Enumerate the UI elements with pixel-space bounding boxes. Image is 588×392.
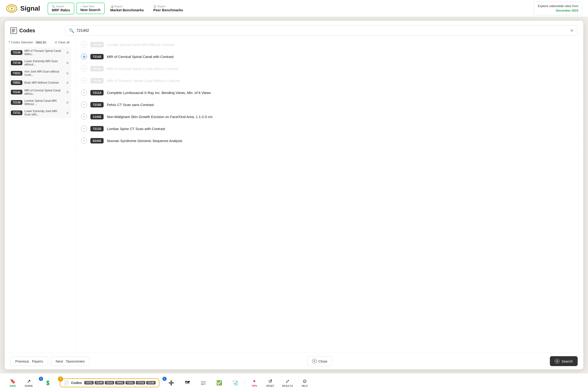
code-badge: 73718 <box>11 60 22 65</box>
svg-rect-6 <box>12 32 14 32</box>
results-button[interactable]: ⤢ RESULTS <box>280 377 296 389</box>
remove-code-button[interactable]: ✕ <box>66 100 69 105</box>
result-item[interactable]: + 72132 Lumbar Spine CT Scan with Contra… <box>75 123 583 135</box>
code-mini-tag: 73221 <box>125 381 135 384</box>
result-description: Complete Lumbosacral X-Ray Inc. Bending … <box>107 91 211 95</box>
remove-code-button[interactable]: ✕ <box>66 71 69 76</box>
new-search-top-label: + Start Over <box>80 5 95 8</box>
logo-text: Signal <box>20 5 40 12</box>
modal-body: 7 Codes Selected MAX 10 ⊙ Clear all 7214… <box>5 36 583 353</box>
ad-button[interactable]: 📰 <box>196 378 210 387</box>
help-button[interactable]: ⊙ HELP <box>297 377 312 389</box>
map-icon-wrapper[interactable]: ➕ 1 <box>164 378 178 387</box>
selected-code-item: 73221 Arm Joint MRI Scan without Contr..… <box>8 68 71 78</box>
clear-all-button[interactable]: ⊙ Clear all <box>53 40 71 45</box>
help-label: HELP <box>301 385 308 387</box>
dollar-icon-wrapper[interactable]: 💲 1 <box>41 378 55 387</box>
result-code-badge: 81442 <box>90 138 104 144</box>
next-taxonomies-button[interactable]: Next Taxonomies <box>51 357 90 366</box>
tips-button[interactable]: ✦ TIPS <box>247 377 262 389</box>
close-button[interactable]: ✕ Close <box>307 356 332 366</box>
code-label: Lower Extremity Joint MRI Scan with... <box>24 110 64 116</box>
result-item[interactable]: ⊕ 72142 MRI of Cervical Spinal Canal wit… <box>75 51 583 63</box>
add-code-button[interactable]: + <box>81 78 87 84</box>
share-button[interactable]: ↗ SHARE <box>22 377 36 389</box>
search-button[interactable]: ⊕ Search <box>550 356 578 366</box>
clear-search-icon[interactable]: ✕ <box>570 28 574 33</box>
result-item[interactable]: + 72148 Lumbar Spinal Canal MRI Without … <box>75 39 583 51</box>
result-code-badge: 72192 <box>90 102 104 108</box>
result-item[interactable]: + 72141 MRI of Cervical Spinal Canal wit… <box>75 63 583 75</box>
map-badge: 1 <box>162 377 167 381</box>
report-peer-top-label: 📋 Report <box>153 5 165 8</box>
code-label: Lumbar Spinal Canal MRI Without ... <box>24 99 64 106</box>
add-code-button[interactable]: + <box>81 90 87 96</box>
code-label: Lower Extremity MRI Scan without ... <box>24 60 64 66</box>
remove-code-button[interactable]: ✕ <box>66 90 69 94</box>
clear-icon: ⊙ <box>55 40 57 44</box>
code-search-bar[interactable]: 🔍 ✕ <box>65 26 578 36</box>
report-market-bottom-label: Market Benchmarks <box>110 8 144 12</box>
filter-button[interactable]: ✅ <box>212 378 227 387</box>
new-search-bottom-label: New Search <box>80 8 100 12</box>
search-input[interactable] <box>76 28 568 33</box>
code-badge: 73221 <box>11 71 22 76</box>
explore-date: December 2024 <box>556 9 578 12</box>
result-item[interactable]: + 81442 Noonan Syndrome Genomic Sequence… <box>75 135 583 147</box>
result-item[interactable]: + 72192 Pelvic CT Scan sans Contrast <box>75 99 583 111</box>
report-market-top-label: 📊 Report <box>110 5 122 8</box>
save-button[interactable]: 🔖 SAVE <box>6 377 20 389</box>
codes-pill-icon: 📄 <box>63 380 69 386</box>
selected-codes-list: 72146 MRI of Thoracic Spinal Canal Witho… <box>8 47 71 118</box>
add-code-button[interactable]: + <box>81 114 87 120</box>
explore-line1: Explore nationwide rates from <box>538 4 578 8</box>
new-search-button[interactable]: + Start Over New Search <box>76 2 105 14</box>
stethoscope-button[interactable]: 🩺 <box>228 378 243 387</box>
add-code-button[interactable]: + <box>81 102 87 108</box>
svg-rect-4 <box>12 30 14 30</box>
report-market-button[interactable]: 📊 Report Market Benchmarks <box>107 3 148 14</box>
add-code-button[interactable]: + <box>81 126 87 132</box>
code-mini-tag: 72146 <box>146 381 156 384</box>
explore-nationwide-button[interactable]: Explore nationwide rates from December 2… <box>534 2 582 15</box>
result-item[interactable]: + 72114 Complete Lumbosacral X-Ray Inc. … <box>75 87 583 99</box>
search-results-panel: + 72148 Lumbar Spinal Canal MRI Without … <box>75 36 583 353</box>
ad-icon: 📰 <box>200 380 206 386</box>
remove-code-button[interactable]: ✕ <box>66 61 69 65</box>
codes-pill-label: Codes <box>71 381 82 385</box>
result-item[interactable]: + 72146 MRI of Thoracic Spinal Canal Wit… <box>75 75 583 87</box>
save-icon: 🔖 <box>10 378 16 384</box>
reset-icon: ↺ <box>268 378 272 384</box>
code-badge: 72141 <box>11 90 22 94</box>
reset-button[interactable]: ↺ RESET <box>263 377 278 389</box>
report-peer-button[interactable]: 📋 Report Peer Benchmarks <box>149 3 187 14</box>
remove-code-button[interactable]: ✕ <box>66 50 69 55</box>
add-code-button[interactable]: + <box>81 42 87 48</box>
codes-count-badge: 7 <box>58 376 63 382</box>
code-badge: 72148 <box>11 100 22 105</box>
add-code-button[interactable]: + <box>81 66 87 72</box>
add-code-button[interactable]: ⊕ <box>81 54 87 60</box>
code-mini-tag: 70551 <box>115 381 125 384</box>
remove-code-button[interactable]: ✕ <box>66 111 69 115</box>
search-circle-icon: ⊕ <box>555 359 560 364</box>
dollar-badge: 1 <box>39 377 43 381</box>
result-description: Pelvic CT Scan sans Contrast <box>107 103 154 107</box>
search-mrf-button[interactable]: 🔍 Search MRF Rates <box>47 2 74 14</box>
remove-code-button[interactable]: ✕ <box>66 80 69 85</box>
user-add-icon: ➕ <box>168 380 174 386</box>
codes-bottom-pill[interactable]: 7 📄 Codes 737217214872141705517322173718… <box>60 378 159 387</box>
geo-button[interactable]: 🗺 <box>180 378 194 387</box>
logo-icon <box>6 4 18 13</box>
results-list: + 72148 Lumbar Spinal Canal MRI Without … <box>75 39 583 147</box>
result-code-badge: 11442 <box>90 114 104 120</box>
add-code-button[interactable]: + <box>81 138 87 144</box>
code-mini-tag: 72148 <box>95 381 104 384</box>
close-circle-icon: ✕ <box>312 359 317 364</box>
search-mrf-top-label: 🔍 Search <box>52 5 64 8</box>
selected-count: 7 Codes Selected MAX 10 <box>8 40 47 44</box>
previous-payers-button[interactable]: Previous Payers <box>10 357 48 366</box>
code-badge: 70551 <box>11 80 22 85</box>
result-item[interactable]: + 11442 Non-Malignant Skin Growth Excisi… <box>75 111 583 123</box>
selected-code-item: 70551 Brain MRI Without Contrast ✕ <box>8 78 71 87</box>
